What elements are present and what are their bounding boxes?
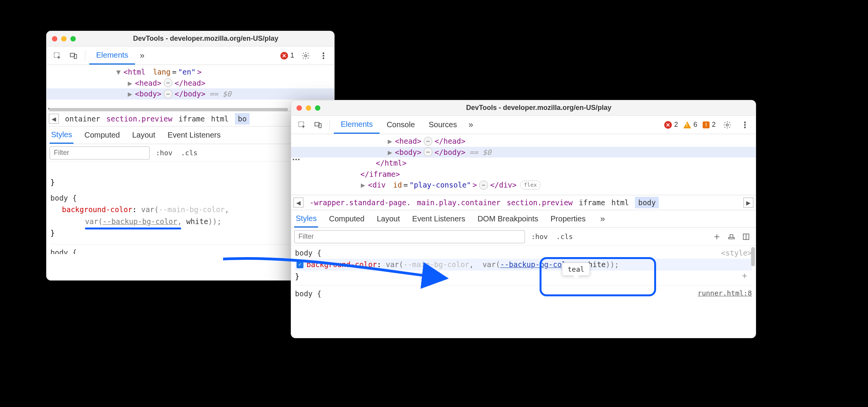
css-declaration[interactable]: background-color: var(--main-bg-color,	[50, 204, 330, 215]
window-minimize-icon[interactable]	[61, 36, 67, 42]
css-declaration[interactable]: ✓ background-color: var(--main-bg-color,…	[295, 259, 752, 270]
svg-point-13	[745, 126, 746, 128]
dom-tree[interactable]: ▶ <head> ⋯ </head> ▶ <body> ⋯ </body> ==…	[291, 134, 756, 195]
subtab-styles[interactable]: Styles	[50, 126, 73, 144]
css-selector[interactable]: body {	[295, 288, 752, 299]
kebab-menu-icon[interactable]	[737, 117, 753, 133]
errors-count[interactable]: ✕ 2	[663, 121, 680, 129]
tag-body-open: <body>	[395, 147, 422, 158]
new-style-rule-icon[interactable]	[710, 230, 723, 243]
inspect-icon[interactable]	[50, 48, 65, 63]
css-selector[interactable]: body {	[295, 247, 752, 259]
expand-toggle-icon[interactable]: ▶	[387, 136, 393, 147]
window-close-icon[interactable]	[297, 105, 302, 111]
breadcrumb-item[interactable]: iframe	[178, 115, 205, 123]
window-zoom-icon[interactable]	[315, 105, 320, 111]
tab-console[interactable]: Console	[380, 116, 422, 134]
toggle-cls-button[interactable]: .cls	[554, 233, 575, 241]
style-rule: runner.ht body {	[50, 244, 330, 254]
css-selector[interactable]: body {	[50, 192, 330, 204]
breadcrumb-item[interactable]: html	[211, 115, 229, 123]
subtab-styles[interactable]: Styles	[294, 210, 318, 228]
expand-toggle-icon[interactable]: ▶	[127, 88, 133, 100]
breadcrumb-item[interactable]: iframe	[579, 198, 605, 207]
breadcrumb-item[interactable]: main.play.container	[417, 198, 500, 207]
subtab-event-listeners[interactable]: Event Listeners	[166, 126, 222, 144]
subtab-properties[interactable]: Properties	[549, 210, 587, 228]
expand-toggle-icon[interactable]: ▶	[127, 78, 133, 89]
breadcrumb-item[interactable]: ontainer	[65, 115, 100, 123]
styles-filter-input[interactable]	[50, 146, 150, 159]
css-selector[interactable]: body {	[50, 247, 330, 254]
settings-icon[interactable]	[720, 117, 735, 133]
window-zoom-icon[interactable]	[70, 36, 76, 42]
breadcrumb-item[interactable]: section.preview	[506, 198, 573, 207]
subtab-computed[interactable]: Computed	[83, 126, 121, 144]
var-keyword: var	[386, 259, 399, 270]
add-declaration-icon[interactable]: ＋	[740, 269, 749, 282]
breadcrumb-scroll-left-icon[interactable]: ◀	[49, 114, 59, 124]
tag-div-open: <div	[368, 179, 386, 191]
toggle-cls-button[interactable]: .cls	[178, 149, 200, 157]
breadcrumb-item[interactable]: html	[611, 198, 629, 207]
scrollbar-horizontal[interactable]	[49, 108, 288, 111]
expand-toggle-icon[interactable]: ▼	[116, 66, 121, 78]
breadcrumb-scroll-right-icon[interactable]: ▶	[743, 198, 753, 208]
property-enabled-checkbox[interactable]: ✓	[297, 261, 303, 268]
tab-sources[interactable]: Sources	[422, 116, 464, 134]
var-keyword: var	[141, 205, 154, 214]
more-tabs-icon[interactable]: »	[465, 120, 477, 130]
attr-id-value: "play-console"	[410, 179, 471, 191]
info-count[interactable]: ! 2	[701, 121, 717, 129]
breadcrumb-item-selected[interactable]: bo	[235, 113, 250, 125]
css-var-link[interactable]: --backup-bg-color	[103, 217, 177, 226]
panel-tabs: Elements	[89, 47, 135, 65]
toggle-hov-button[interactable]: :hov	[153, 149, 175, 157]
errors-count[interactable]: ✕ 1	[279, 51, 296, 60]
ellipsis-icon[interactable]: ⋯	[164, 90, 172, 98]
breadcrumb-item[interactable]: section.preview	[107, 115, 173, 123]
css-declaration-cont[interactable]: var(--backup-bg-color, white));	[50, 216, 330, 227]
toggle-hov-button[interactable]: :hov	[529, 233, 550, 241]
svg-point-6	[323, 57, 324, 58]
errors-count-value: 1	[290, 51, 294, 60]
scrollbar-vertical[interactable]	[751, 247, 755, 266]
tab-elements[interactable]: Elements	[334, 116, 380, 134]
window-minimize-icon[interactable]	[306, 105, 311, 111]
device-toggle-icon[interactable]	[66, 48, 81, 63]
tab-elements[interactable]: Elements	[89, 47, 135, 65]
flex-badge[interactable]: flex	[520, 181, 540, 189]
subtab-dom-breakpoints[interactable]: DOM Breakpoints	[476, 210, 540, 228]
ellipsis-icon[interactable]: ⋯	[479, 181, 488, 189]
inspect-icon[interactable]	[294, 117, 310, 133]
ellipsis-icon[interactable]: ⋯	[424, 137, 432, 146]
settings-icon[interactable]	[298, 48, 313, 63]
breadcrumb-item-selected[interactable]: body	[635, 197, 659, 208]
styles-rules[interactable]: <style> body { ✓ background-color: var(-…	[291, 246, 756, 311]
style-rule: element.style {	[50, 163, 330, 175]
subtab-layout[interactable]: Layout	[131, 126, 157, 144]
source-style-tag: <style>	[721, 247, 752, 259]
subtab-computed[interactable]: Computed	[327, 210, 366, 228]
window-close-icon[interactable]	[52, 36, 57, 42]
subtab-layout[interactable]: Layout	[375, 210, 402, 228]
source-link[interactable]: runner.html:8	[698, 288, 752, 299]
brush-icon[interactable]	[725, 230, 738, 243]
computed-panel-icon[interactable]	[740, 230, 753, 243]
ellipsis-icon[interactable]: ⋯	[164, 78, 172, 87]
ellipsis-icon[interactable]: ⋯	[424, 148, 432, 156]
expand-toggle-icon[interactable]: ▶	[360, 179, 366, 191]
titlebar: DevTools - developer.mozilla.org/en-US/p…	[291, 100, 756, 116]
device-toggle-icon[interactable]	[310, 117, 326, 133]
more-tabs-icon[interactable]: »	[136, 51, 148, 61]
kebab-menu-icon[interactable]	[316, 48, 331, 63]
breadcrumb-item[interactable]: -wrapper.standard-page.	[310, 198, 411, 207]
subtab-event-listeners[interactable]: Event Listeners	[411, 210, 467, 228]
breadcrumb-scroll-left-icon[interactable]: ◀	[293, 198, 303, 208]
separator	[85, 50, 85, 61]
warnings-count[interactable]: 6	[682, 121, 699, 129]
expand-toggle-icon[interactable]: ▶	[387, 147, 393, 158]
styles-filter-input[interactable]	[294, 230, 525, 243]
tag-iframe-close: </iframe>	[360, 169, 400, 180]
more-subtabs-icon[interactable]: »	[596, 214, 609, 224]
